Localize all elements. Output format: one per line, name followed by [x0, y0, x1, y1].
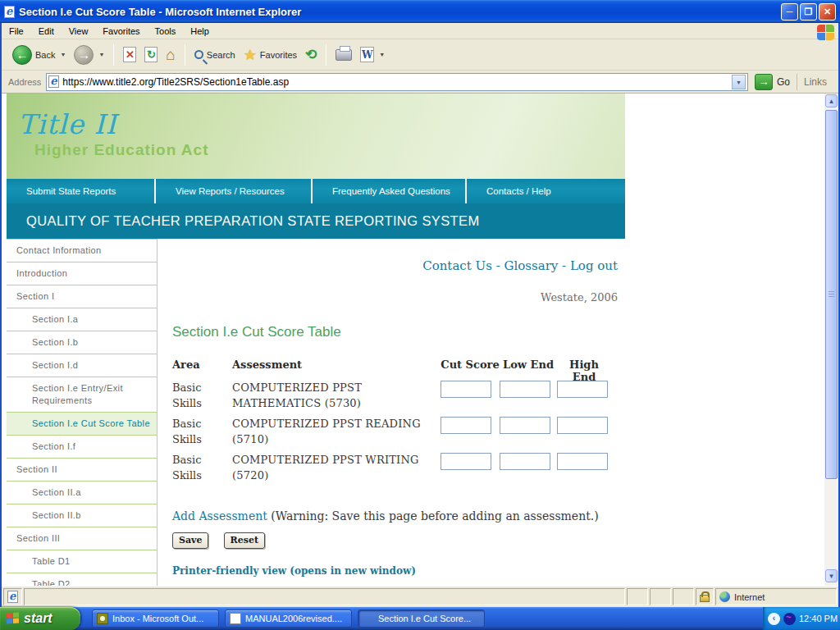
- site-logo-subtitle: Higher Education Act: [34, 141, 208, 159]
- nav-tab[interactable]: View Reports / Resources: [156, 179, 313, 203]
- stop-icon: ✕: [123, 47, 136, 62]
- favorites-button[interactable]: ★ Favorites: [240, 46, 301, 64]
- cut-score-input[interactable]: [441, 453, 491, 470]
- menu-item[interactable]: Help: [183, 24, 217, 39]
- menu-item[interactable]: Tools: [148, 24, 184, 39]
- sidebar-item[interactable]: Table D2: [7, 573, 157, 586]
- refresh-button[interactable]: ↻: [140, 45, 162, 64]
- sidebar-item[interactable]: Section II.b: [7, 504, 157, 527]
- sidebar-item[interactable]: Section II.a: [7, 482, 157, 504]
- sidebar-item[interactable]: Table D1: [7, 550, 157, 573]
- task-button[interactable]: Section I.e Cut Score...: [358, 609, 485, 628]
- zone-pane: Internet: [715, 588, 837, 605]
- sidebar-item[interactable]: Section I.b: [7, 331, 157, 354]
- close-button[interactable]: ✕: [819, 3, 836, 21]
- high-end-input[interactable]: [557, 453, 608, 470]
- toolbar-separator: [185, 44, 185, 66]
- back-dropdown-icon[interactable]: ▼: [60, 52, 66, 57]
- task-app-icon: [97, 613, 108, 624]
- toolbar: ← Back ▼ → ▼ ✕ ↻ ⌂ Search ★ Favorites ⟲ …: [2, 39, 838, 71]
- menu-item[interactable]: View: [62, 24, 96, 39]
- assessment-cell: COMPUTERIZED PPST WRITING (5720): [232, 452, 441, 488]
- menu-item[interactable]: File: [2, 24, 31, 39]
- address-input[interactable]: https://www.title2.org/Title2SRS/Section…: [46, 73, 748, 91]
- scroll-up-icon[interactable]: ▲: [825, 94, 838, 107]
- cut-score-input[interactable]: [441, 417, 491, 434]
- address-dropdown-icon[interactable]: ▼: [732, 75, 746, 89]
- forward-button[interactable]: → ▼: [70, 43, 108, 66]
- scrollbar-thumb[interactable]: [825, 110, 838, 479]
- nav-tab[interactable]: Submit State Reports: [7, 179, 156, 203]
- vertical-scrollbar[interactable]: ▲ ▼: [824, 94, 838, 586]
- site-logo-title: Title II: [18, 108, 116, 140]
- scroll-down-icon[interactable]: ▼: [825, 569, 838, 582]
- state-label: Westate, 2006: [541, 291, 618, 304]
- status-message-pane: [24, 588, 625, 605]
- go-arrow-icon: →: [755, 74, 773, 90]
- area-cell: Basic Skills: [172, 416, 232, 452]
- cut-score-input[interactable]: [441, 381, 491, 398]
- tray-collapse-icon[interactable]: ‹: [768, 613, 780, 625]
- address-bar: Address https://www.title2.org/Title2SRS…: [2, 71, 838, 94]
- assessment-cell: COMPUTERIZED PPST MATHEMATICS (5730): [232, 380, 441, 416]
- system-banner: QUALITY OF TEACHER PREPARATION STATE REP…: [7, 203, 625, 239]
- menu-item[interactable]: Edit: [31, 24, 62, 39]
- task-button[interactable]: MANUAL2006revised....: [225, 609, 352, 628]
- low-end-input[interactable]: [500, 453, 550, 470]
- title-bar: Section I.e Cut Score Table - Microsoft …: [0, 0, 840, 23]
- sidebar-item[interactable]: Introduction: [7, 262, 157, 285]
- ie-page-icon: [48, 75, 59, 88]
- menu-bar: FileEditViewFavoritesToolsHelp: [2, 23, 838, 39]
- account-link[interactable]: Glossary: [504, 258, 570, 273]
- high-end-input[interactable]: [557, 381, 608, 398]
- go-button[interactable]: → Go: [755, 74, 790, 90]
- clock: 12:40 PM: [799, 614, 838, 623]
- sidebar-item[interactable]: Contact Information: [7, 240, 157, 262]
- status-pane: [650, 588, 671, 605]
- forward-dropdown-icon[interactable]: ▼: [98, 52, 104, 57]
- restore-button[interactable]: ❐: [800, 3, 817, 21]
- sidebar-item[interactable]: Section I.a: [7, 308, 157, 331]
- printer-friendly-link[interactable]: Printer-friendly view (opens in new wind…: [172, 565, 416, 577]
- minimize-button[interactable]: ─: [781, 3, 798, 21]
- sidebar-item[interactable]: Section I.e Cut Score Table: [7, 413, 157, 436]
- low-end-input[interactable]: [500, 381, 550, 398]
- account-links: Contact UsGlossaryLog out: [422, 258, 618, 273]
- task-button[interactable]: Inbox - Microsoft Out...: [92, 609, 219, 628]
- assessment-cell: COMPUTERIZED PPST READING (5710): [232, 416, 441, 452]
- nav-tab[interactable]: Contacts / Help: [467, 179, 625, 203]
- home-button[interactable]: ⌂: [162, 45, 179, 65]
- sidebar-item[interactable]: Section I.f: [7, 436, 157, 459]
- edit-with-word-button[interactable]: W ▼: [356, 45, 389, 64]
- high-end-input[interactable]: [557, 417, 608, 434]
- taskbar: start Inbox - Microsoft Out... MANUAL200…: [0, 607, 840, 630]
- sidebar-item[interactable]: Section I: [7, 285, 157, 308]
- low-end-input[interactable]: [500, 417, 550, 434]
- menu-item[interactable]: Favorites: [95, 24, 147, 39]
- save-button[interactable]: Save: [172, 532, 208, 549]
- sidebar-item[interactable]: Section II: [7, 459, 157, 482]
- network-tray-icon[interactable]: [783, 613, 796, 625]
- links-label[interactable]: Links: [797, 74, 835, 90]
- search-button[interactable]: Search: [190, 48, 240, 62]
- back-button[interactable]: ← Back ▼: [8, 43, 70, 66]
- account-link[interactable]: Log out: [570, 258, 618, 273]
- sidebar-item[interactable]: Section I.e Entry/Exit Requirements: [7, 377, 157, 413]
- home-icon: ⌂: [166, 47, 175, 63]
- nav-tab[interactable]: Frequently Asked Questions: [313, 179, 467, 203]
- sidebar-item[interactable]: Section III: [7, 527, 157, 550]
- address-url[interactable]: https://www.title2.org/Title2SRS/Section…: [62, 76, 728, 88]
- reset-button[interactable]: Reset: [224, 532, 265, 549]
- stop-button[interactable]: ✕: [119, 45, 140, 64]
- sidebar-item[interactable]: Section I.d: [7, 354, 157, 377]
- start-button[interactable]: start: [0, 607, 80, 630]
- print-button[interactable]: [331, 48, 356, 62]
- status-pane: [627, 588, 648, 605]
- word-dropdown-icon[interactable]: ▼: [379, 52, 385, 57]
- history-button[interactable]: ⟲: [301, 46, 321, 64]
- account-link[interactable]: Contact Us: [422, 258, 504, 273]
- form-buttons: Save Reset: [172, 531, 276, 549]
- task-app-icon: [230, 613, 241, 624]
- add-assessment-link[interactable]: Add Assessment: [172, 509, 267, 523]
- table-row: Basic Skills COMPUTERIZED PPST WRITING (…: [172, 452, 622, 488]
